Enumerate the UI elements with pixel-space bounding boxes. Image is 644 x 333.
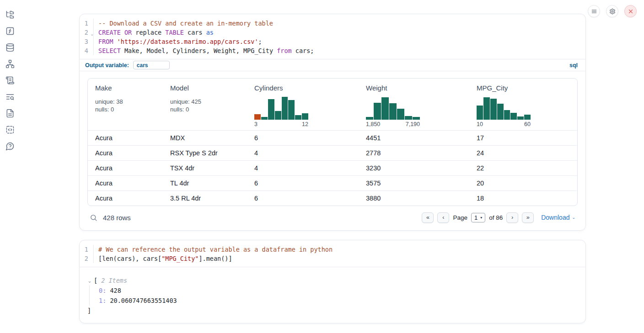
- line-number: 1: [80, 19, 93, 28]
- code-line: SELECT Make, Model, Cylinders, Weight, M…: [98, 46, 585, 55]
- code-lines: -- Download a CSV and create an in-memor…: [93, 19, 585, 55]
- histogram-axis-labels: 1060: [477, 121, 531, 127]
- table-cell: 17: [473, 134, 577, 142]
- dependency-graph-icon[interactable]: [5, 59, 15, 69]
- table-cell: TSX 4dr: [166, 164, 251, 172]
- histogram-bar: [477, 106, 483, 120]
- sql-code-editor[interactable]: 12⌄34-- Download a CSV and create an in-…: [80, 14, 585, 59]
- menu-button[interactable]: [588, 5, 600, 17]
- code-token: "MPG_City": [161, 255, 199, 262]
- page-select-value: 1: [474, 214, 478, 221]
- histogram-bar: [490, 99, 497, 120]
- stat-line: nulls: 0: [95, 106, 163, 113]
- table-cell: Acura: [91, 195, 166, 202]
- table-cell: Acura: [91, 149, 166, 157]
- code-token: [113, 38, 117, 45]
- table-cell: 6: [251, 134, 362, 142]
- language-badge: sql: [569, 62, 578, 69]
- table-row[interactable]: AcuraTL 4dr6357520: [88, 175, 577, 190]
- output-variable-input[interactable]: [133, 61, 170, 69]
- column-histogram: 312: [254, 96, 308, 127]
- code-lines: # We can reference the output variable a…: [93, 245, 585, 263]
- items-count-label: 2 Items: [101, 275, 127, 285]
- histogram-bar: [275, 111, 281, 120]
- histogram-axis-labels: 1,8507,190: [366, 121, 420, 127]
- data-table: Makeunique: 38nulls: 0Modelunique: 425nu…: [87, 78, 578, 206]
- page-select[interactable]: 1 ▾: [471, 213, 485, 222]
- close-bracket: ]: [87, 306, 585, 316]
- tree-entry-value: 20.060747663551403: [106, 297, 177, 304]
- scratchpad-icon[interactable]: [5, 76, 15, 85]
- table-cell: 24: [473, 149, 577, 157]
- axis-label: 12: [302, 121, 308, 127]
- axis-label: 1,850: [366, 121, 380, 127]
- code-line: # We can reference the output variable a…: [98, 245, 585, 254]
- sql-cell: 12⌄34-- Download a CSV and create an in-…: [79, 14, 586, 231]
- histogram-bar: [397, 109, 404, 120]
- download-button[interactable]: Download ⌄: [541, 214, 575, 221]
- column-header-model[interactable]: Modelunique: 425nulls: 0: [166, 79, 251, 130]
- histogram-bar: [366, 117, 373, 120]
- tree-entry: 1: 20.060747663551403: [99, 296, 585, 306]
- chevron-down-icon: ▾: [480, 216, 482, 220]
- histogram-bar: [405, 116, 412, 120]
- column-title: MPG_City: [477, 84, 574, 92]
- code-token: cars: [184, 29, 206, 36]
- tree-entry-key: 0:: [99, 287, 106, 294]
- column-header-make[interactable]: Makeunique: 38nulls: 0: [91, 79, 166, 130]
- collapse-icon[interactable]: ⌄: [87, 278, 92, 283]
- last-page-button[interactable]: »: [522, 212, 534, 223]
- open-bracket: [: [94, 275, 97, 285]
- column-header-mpg_city[interactable]: MPG_City1060: [473, 79, 577, 130]
- datasources-icon[interactable]: [5, 43, 15, 52]
- code-token: as: [206, 29, 214, 36]
- column-header-cylinders[interactable]: Cylinders312: [251, 79, 362, 130]
- help-icon[interactable]: [5, 142, 15, 151]
- line-number: 2⌄: [80, 28, 93, 37]
- line-number: 2: [80, 254, 93, 263]
- search-icon[interactable]: [90, 214, 97, 222]
- column-stats: unique: 425nulls: 0: [170, 98, 247, 113]
- table-cell: 6: [251, 180, 362, 187]
- function-icon[interactable]: [5, 26, 15, 36]
- table-row[interactable]: AcuraRSX Type S 2dr4277824: [88, 145, 577, 160]
- prev-page-button[interactable]: ‹: [437, 212, 449, 223]
- table-cell: 4451: [362, 134, 473, 142]
- table-row[interactable]: AcuraTSX 4dr4323022: [88, 160, 577, 175]
- snippets-icon[interactable]: [5, 125, 15, 134]
- tree-entries: 0: 4281: 20.060747663551403: [89, 285, 585, 306]
- python-cell: 12# We can reference the output variable…: [79, 240, 586, 323]
- table-header: Makeunique: 38nulls: 0Modelunique: 425nu…: [88, 79, 577, 130]
- settings-button[interactable]: [606, 5, 618, 17]
- code-token: [len(cars), cars[: [98, 255, 161, 262]
- documentation-icon[interactable]: [5, 109, 15, 118]
- next-page-button[interactable]: ›: [506, 212, 518, 223]
- python-code-editor[interactable]: 12# We can reference the output variable…: [80, 240, 585, 267]
- sidebar: [0, 0, 20, 333]
- table-row[interactable]: Acura3.5 RL 4dr6388018: [88, 190, 577, 206]
- code-token: TABLE: [165, 29, 184, 36]
- histogram-bar: [483, 97, 490, 120]
- first-page-button[interactable]: «: [422, 212, 434, 223]
- tree-entry-key: 1:: [99, 297, 106, 304]
- file-explorer-icon[interactable]: [5, 10, 15, 19]
- tree-entry: 0: 428: [99, 285, 585, 296]
- table-cell: TL 4dr: [166, 180, 251, 187]
- histogram-bar: [381, 97, 389, 120]
- notebook-actions: [588, 5, 637, 17]
- table-body: AcuraMDX6445117AcuraRSX Type S 2dr427782…: [88, 130, 577, 206]
- close-button[interactable]: [624, 5, 637, 17]
- code-token: replace: [132, 29, 165, 36]
- notebook: 12⌄34-- Download a CSV and create an in-…: [79, 14, 586, 323]
- histogram-bar: [302, 113, 308, 120]
- axis-label: 10: [477, 121, 483, 127]
- table-row[interactable]: AcuraMDX6445117: [88, 130, 577, 145]
- table-cell: 3230: [362, 164, 473, 172]
- logs-icon[interactable]: [5, 92, 15, 101]
- download-label: Download: [541, 214, 569, 221]
- table-cell: 22: [473, 164, 577, 172]
- code-token: ;: [258, 38, 262, 45]
- histogram-bar: [389, 103, 397, 120]
- column-header-weight[interactable]: Weight1,8507,190: [362, 79, 473, 130]
- axis-label: 60: [524, 121, 531, 127]
